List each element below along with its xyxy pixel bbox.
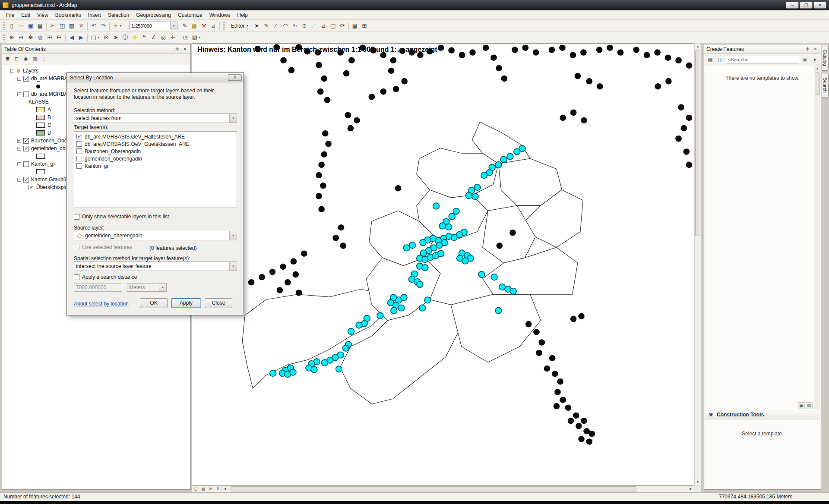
expander-icon[interactable] [17,147,21,151]
stop-point[interactable] [318,162,325,168]
selected-stop-point[interactable] [348,328,354,335]
minimize-button[interactable]: – [786,2,799,9]
map-svg[interactable]: Hinweis: Kanton wird nur im Bereich zwis… [192,44,694,485]
editor-toolbar-icon[interactable]: ✎ [180,21,190,31]
target-layer-row[interactable]: Kanton_gr [75,162,236,170]
stop-point[interactable] [512,47,518,53]
stop-point[interactable] [497,243,503,249]
selected-stop-point[interactable] [409,242,416,249]
scale-dropdown-arrow-icon[interactable]: ▾ [170,22,177,30]
scroll-right-icon[interactable]: ▶ [688,486,694,492]
stop-point[interactable] [354,117,360,124]
fixed-zoom-in-icon[interactable]: ⊞ [45,33,54,42]
stop-point[interactable] [315,49,321,56]
stop-point[interactable] [680,125,687,132]
stop-point[interactable] [575,73,581,79]
back-extent-icon[interactable]: ◀ [67,33,76,42]
layer-checkbox[interactable] [23,76,29,82]
only-show-selectable-checkbox[interactable] [74,214,79,220]
close-icon[interactable]: ✕ [182,46,188,52]
view-icons-icon[interactable]: ▣ [798,402,805,409]
scroll-up-icon[interactable]: ▲ [695,44,701,50]
undo-icon[interactable]: ↶ [89,21,98,31]
expander-icon[interactable] [17,77,21,81]
stop-point[interactable] [544,365,551,372]
selected-stop-point[interactable] [481,172,487,179]
menu-windows[interactable]: Windows [206,11,234,19]
template-search-input[interactable] [726,56,799,63]
stop-point[interactable] [509,230,516,236]
fixed-zoom-out-icon[interactable]: ⊟ [54,33,64,42]
edit-annotation-tool-icon[interactable]: ✎ [262,21,271,31]
template-scrollbar[interactable]: ▲ [814,66,820,410]
target-layer-row[interactable]: gemeinden_oberengadin [75,155,236,162]
source-layer-combobox[interactable]: gemeinden_oberengadin ▾ [74,231,237,240]
apply-distance-checkbox[interactable] [74,274,79,280]
selected-stop-point[interactable] [499,284,506,290]
stop-point[interactable] [408,49,415,56]
stop-point[interactable] [448,47,455,54]
vertical-scroll-thumb[interactable] [695,50,700,236]
only-show-selectable-row[interactable]: Only show selectable layers in this list [74,214,169,220]
organize-templates-icon[interactable]: ◫ [716,55,725,64]
sketch-properties-icon[interactable]: ⊞ [360,21,369,31]
menu-file[interactable]: File [3,11,18,19]
selected-stop-point[interactable] [343,345,349,352]
copy-icon[interactable]: ◫ [57,21,67,31]
stop-point[interactable] [560,397,566,403]
stop-point[interactable] [501,76,508,82]
stop-point[interactable] [301,250,307,257]
measure-icon[interactable]: ∠ [149,33,158,42]
list-by-source-icon[interactable]: ⊟ [13,55,21,63]
find-icon[interactable]: ◎ [158,33,168,42]
stop-point[interactable] [686,63,693,69]
stop-point[interactable] [496,65,502,72]
zoom-in-icon[interactable]: ⊕ [7,33,16,42]
stop-point[interactable] [325,141,332,147]
stop-point[interactable] [370,47,377,54]
stop-point[interactable] [483,44,489,51]
selected-stop-point[interactable] [507,153,513,160]
model-builder-icon[interactable]: ⊿ [209,21,218,31]
stop-point[interactable] [399,48,405,54]
expander-icon[interactable] [17,92,21,96]
stop-point[interactable] [337,49,344,56]
stop-point[interactable] [522,44,528,51]
pause-drawing-icon[interactable]: ‖ [214,486,221,492]
stop-point[interactable] [292,271,299,278]
selected-stop-point[interactable] [446,224,452,230]
menu-edit[interactable]: Edit [18,11,34,19]
attributes-icon[interactable]: ▤ [350,21,360,31]
menu-selection[interactable]: Selection [104,11,133,19]
stop-point[interactable] [273,44,280,50]
maximize-button[interactable]: ❐ [800,2,813,9]
stop-point[interactable] [340,243,346,249]
stop-point[interactable] [388,68,395,74]
selected-stop-point[interactable] [472,193,478,200]
select-features-icon-dropdown[interactable]: ▾ [97,36,101,39]
stop-point[interactable] [573,413,579,419]
list-by-visibility-icon[interactable]: ◉ [22,55,30,63]
stop-point[interactable] [427,48,433,55]
stop-point[interactable] [596,47,603,53]
selected-stop-point[interactable] [510,288,516,295]
about-select-by-location-link[interactable]: About select by location [74,301,129,307]
tab-catalog[interactable]: Catalog [822,45,829,71]
dropdown-arrow-icon[interactable]: ▾ [229,231,237,240]
selected-stop-point[interactable] [403,245,410,251]
stop-point[interactable] [369,94,375,100]
stop-point[interactable] [280,264,286,270]
stop-point[interactable] [560,115,566,121]
editor-menu[interactable]: Editor ▾ [228,22,251,30]
dialog-close-button[interactable]: ✕ [228,74,242,81]
stop-point[interactable] [655,83,661,90]
stop-point[interactable] [586,438,592,445]
menu-geoprocessing[interactable]: Geoprocessing [133,11,174,19]
paste-icon[interactable]: ▥ [67,21,76,31]
layer-checkbox[interactable] [23,161,29,167]
stop-point[interactable] [565,405,572,411]
trace-icon[interactable]: ∿ [290,21,300,31]
stop-point[interactable] [686,115,693,121]
stop-point[interactable] [490,54,497,61]
selected-stop-point[interactable] [439,223,446,229]
